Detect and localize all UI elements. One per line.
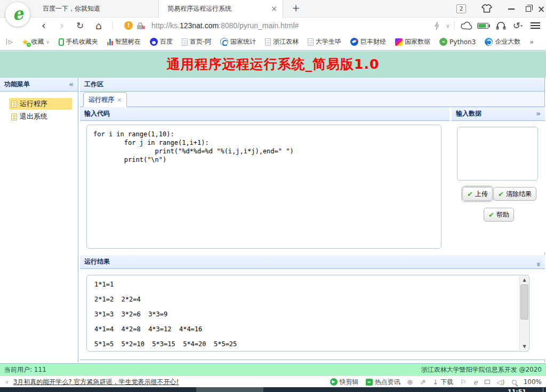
result-panel-title: 运行结果: [84, 258, 110, 265]
browser-logo-icon[interactable]: e: [5, 2, 30, 27]
code-panel-header: 输入代码: [80, 107, 449, 121]
bookmark-enterprise-data[interactable]: 企业大数: [485, 37, 520, 46]
tab-count-badge[interactable]: 2: [456, 4, 466, 13]
tab-pyrun-active[interactable]: 简易程序远程运行系统 ×: [158, 0, 283, 18]
bookmark-baidu[interactable]: 百度: [150, 37, 173, 46]
web-page: 通用程序远程运行系统_简易版1.0 功能菜单 « 运行程序 退出系统: [0, 50, 546, 375]
windows-taskbar: 11:51: [0, 387, 546, 392]
flag-report-icon[interactable]: ⚐: [460, 378, 467, 386]
news-link[interactable]: 3月初真的能开学么? 官方紧急辟谣，学生党表示很不开心!: [13, 378, 179, 386]
bookmark-python3[interactable]: ∞Python3: [439, 38, 476, 46]
data-input-textarea[interactable]: [457, 127, 538, 181]
url-prefix: http://ks.: [151, 21, 180, 30]
tab-title: 简易程序远程运行系统: [167, 5, 231, 12]
insecure-lock-icon: ×: [137, 22, 143, 29]
menu-item-label: 运行程序: [20, 99, 47, 109]
browser-bottom-bar: » 3月初真的能开学么? 官方紧急辟谣，学生党表示很不开心! ▶快剪辑 ≡热点资…: [0, 375, 546, 387]
new-tab-button[interactable]: +: [290, 2, 302, 13]
upload-button[interactable]: ✔上传: [462, 187, 493, 201]
sidebar-item-exit-system[interactable]: 退出系统: [9, 111, 72, 123]
bookmark-favorites[interactable]: ★+收藏∨: [22, 37, 50, 46]
bookmark-stats-bureau[interactable]: 国家统计: [220, 37, 256, 46]
scroll-up-icon[interactable]: ▲: [520, 276, 529, 284]
back-button[interactable]: ‹: [37, 18, 50, 34]
chevron-down-icon[interactable]: ∨: [444, 18, 452, 34]
zoom-level-label[interactable]: 100%: [524, 378, 542, 386]
restore-button[interactable]: [521, 0, 535, 18]
collapse-left-icon[interactable]: «: [69, 78, 74, 91]
site-warning-icon[interactable]: !: [124, 21, 133, 30]
scroll-down-icon[interactable]: ▼: [520, 342, 529, 350]
tab-close-icon[interactable]: ×: [117, 96, 122, 103]
bookmark-national-data[interactable]: 国家数据: [395, 37, 430, 46]
collapse-down-icon[interactable]: «: [532, 262, 545, 267]
result-panel-header: 运行结果 «: [80, 255, 545, 269]
flash-lightning-icon[interactable]: [431, 18, 443, 34]
tab-run-program[interactable]: 运行程序×: [83, 92, 127, 107]
check-icon: ✔: [498, 190, 504, 198]
divider: [454, 21, 455, 30]
ie-mode-icon[interactable]: e: [473, 378, 478, 386]
speaker-icon[interactable]: ◁): [497, 378, 505, 386]
address-url[interactable]: http://ks.123nat.com:8080/pyrun_main.htm…: [151, 18, 299, 34]
result-scrollbar[interactable]: ▲ ▼: [519, 276, 528, 350]
menu-hamburger-icon[interactable]: [531, 22, 540, 30]
minimize-button[interactable]: [504, 0, 518, 18]
window-layout-icon[interactable]: [485, 380, 490, 384]
tab-bar: e 百度一下，你就知道 简易程序远程运行系统 × + 2 ×: [0, 0, 546, 18]
bookmark-mobile-favorites[interactable]: 手机收藏夹: [59, 37, 98, 46]
hot-news-button[interactable]: ≡热点资讯: [366, 378, 400, 387]
code-input-area[interactable]: for i in range(1,10): for j in range(1,i…: [86, 125, 441, 249]
result-output-area[interactable]: 1*1=1 2*1=2 2*2=4 3*1=3 3*2=6 3*3=9 4*1=…: [86, 275, 529, 352]
bookmark-jufeng[interactable]: 巨丰财经: [350, 37, 386, 46]
page-icon: [308, 38, 314, 46]
tab-title: 百度一下，你就知道: [43, 5, 100, 12]
scrollbar-thumb[interactable]: [520, 284, 528, 320]
bookmark-sidebar-expand[interactable]: ▷: [6, 39, 13, 45]
equalizer-icon: [107, 39, 113, 45]
cloud-sync-icon[interactable]: [459, 18, 475, 34]
code-panel: 输入代码 for i in range(1,10): for j in rang…: [80, 107, 449, 252]
bookmark-zafu[interactable]: 浙江农林: [265, 37, 299, 46]
tab-baidu[interactable]: 百度一下，你就知道: [34, 0, 158, 18]
national-data-icon: [395, 38, 403, 46]
bookmarks-overflow-button[interactable]: »: [529, 38, 534, 46]
taskbar-app-segment[interactable]: [196, 387, 263, 392]
download-button[interactable]: ↓下载: [432, 378, 453, 387]
check-icon: ✔: [488, 211, 494, 219]
workspace-header: 工作区: [80, 78, 544, 92]
taskbar-clock: 11:51: [508, 388, 526, 392]
forward-button[interactable]: ›: [55, 18, 68, 34]
code-text[interactable]: for i in range(1,10): for j in range(1,i…: [87, 125, 441, 169]
bookmarks-bar: ▷ ★+收藏∨ 手机收藏夹 智慧树在 百度 首页-阿 国家统计 浙江农林 大学生…: [0, 34, 546, 50]
result-text: 1*1=1 2*1=2 2*2=4 3*1=3 3*2=6 3*3=9 4*1=…: [87, 275, 529, 353]
headphones-icon[interactable]: [494, 18, 508, 34]
bookmark-graduate[interactable]: 大学生毕: [308, 37, 341, 46]
stats-swirl-icon: [220, 38, 228, 46]
page-status-bar: 当前用户: 111 浙江农林大学暨阳学院信息系开发 @2020: [0, 363, 546, 376]
theme-shirt-icon[interactable]: [481, 4, 492, 13]
ticker-chevron-icon[interactable]: »: [4, 380, 11, 384]
clear-result-button[interactable]: ✔清除结果: [493, 187, 536, 201]
rocket-booster-icon[interactable]: ⇗: [420, 378, 425, 386]
credit-label: 浙江农林大学暨阳学院信息系开发 @2020: [421, 364, 542, 375]
battery-icon[interactable]: [477, 23, 488, 29]
page-banner: 通用程序远程运行系统_简易版1.0: [0, 51, 546, 78]
reload-button[interactable]: ↻: [74, 18, 86, 34]
sidebar-item-run-program[interactable]: 运行程序: [9, 98, 72, 110]
menu-item-label: 退出系统: [20, 112, 47, 121]
undo-history-icon[interactable]: ↺▾: [511, 18, 525, 34]
expand-right-icon[interactable]: »: [536, 107, 541, 120]
tab-close-icon[interactable]: ×: [271, 0, 277, 18]
bookmark-homepage[interactable]: 首页-阿: [182, 37, 211, 46]
workspace-title: 工作区: [84, 80, 103, 88]
bookmark-zhihuishu[interactable]: 智慧树在: [107, 37, 141, 46]
home-button[interactable]: ⌂: [92, 18, 105, 34]
document-icon: [11, 101, 17, 108]
close-window-button[interactable]: ×: [534, 0, 546, 18]
help-button[interactable]: ✔帮助: [484, 208, 514, 222]
quick-clip-button[interactable]: ▶快剪辑: [330, 378, 359, 387]
zoom-magnifier-icon[interactable]: [512, 380, 517, 385]
news-ticker: 3月初真的能开学么? 官方紧急辟谣，学生党表示很不开心!: [13, 378, 179, 387]
game-center-icon[interactable]: ⊕: [407, 378, 413, 386]
